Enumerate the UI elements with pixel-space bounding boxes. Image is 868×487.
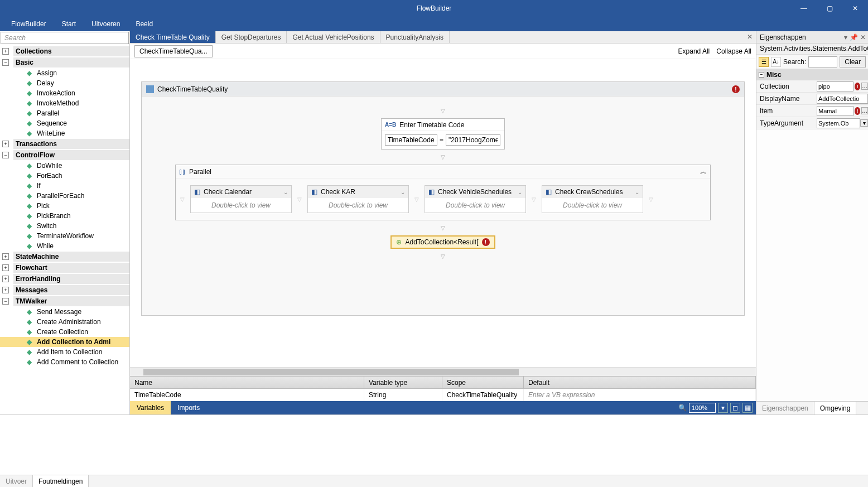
search-icon[interactable]: 🔍 xyxy=(678,404,687,412)
toolbox-search[interactable]: Search xyxy=(1,32,129,44)
chevron-down-icon[interactable]: ⌄ xyxy=(635,189,639,195)
toolbox-item[interactable]: ◆Send Message xyxy=(0,307,129,317)
toolbox-item[interactable]: ◆Add Comment to Collection xyxy=(0,357,129,367)
error-icon[interactable]: ! xyxy=(855,83,860,90)
toolbox-item[interactable]: ◆WriteLine xyxy=(0,128,129,138)
assign-value-input[interactable] xyxy=(446,134,500,146)
group-errorhandling[interactable]: +ErrorHandling xyxy=(0,273,129,285)
toolbox-item[interactable]: ◆Pick xyxy=(0,201,129,211)
expand-all-link[interactable]: Expand All xyxy=(678,47,710,55)
close-button[interactable]: ✕ xyxy=(842,0,868,16)
toolbox-item[interactable]: ◆DoWhile xyxy=(0,161,129,171)
error-icon[interactable]: ! xyxy=(732,85,740,93)
sort-alpha-icon[interactable]: A↓ xyxy=(771,57,781,67)
tab-variables[interactable]: Variables xyxy=(130,401,171,414)
toolbox-item[interactable]: ◆ForEach xyxy=(0,171,129,181)
addtocollection-activity[interactable]: ⊕ AddToCollection<Result[ ! xyxy=(390,235,495,249)
chevron-down-icon[interactable]: ⌄ xyxy=(283,189,288,195)
section-toggle-icon[interactable]: − xyxy=(759,72,764,78)
toolbox-item[interactable]: ◆InvokeMethod xyxy=(0,98,129,108)
menu-beeld[interactable]: Beeld xyxy=(128,16,161,31)
fit-to-screen-icon[interactable]: ◻ xyxy=(730,403,740,413)
sort-category-icon[interactable]: ☰ xyxy=(759,57,769,67)
column-header-name[interactable]: Name xyxy=(130,377,364,388)
tab-eigenschappen[interactable]: Eigenschappen xyxy=(756,402,814,414)
toolbox-item[interactable]: ◆While xyxy=(0,241,129,251)
maximize-button[interactable]: ▢ xyxy=(817,0,842,16)
tab-punctualityanalysis[interactable]: PunctualityAnalysis xyxy=(380,31,450,43)
variable-name[interactable]: TimeTableCode xyxy=(130,389,364,401)
expand-icon[interactable]: + xyxy=(2,141,9,147)
tab-check-timetable-quality[interactable]: Check TimeTable Quality xyxy=(130,31,216,43)
expand-icon[interactable]: − xyxy=(2,152,9,158)
group-transactions[interactable]: +Transactions xyxy=(0,138,129,150)
variable-row[interactable]: TimeTableCode String CheckTimeTableQuali… xyxy=(130,389,756,401)
parallel-branch[interactable]: ◧Check KAR⌄Double-click to view xyxy=(307,185,409,213)
group-tmwalker[interactable]: −TMWalker xyxy=(0,296,129,307)
panel-close-icon[interactable]: ✕ xyxy=(860,33,866,41)
branch-hint[interactable]: Double-click to view xyxy=(191,198,291,213)
group-statemachine[interactable]: +StateMachine xyxy=(0,251,129,262)
ellipsis-button[interactable]: … xyxy=(861,83,868,90)
breadcrumb[interactable]: CheckTimeTableQua... xyxy=(134,45,213,57)
expand-icon[interactable]: − xyxy=(2,298,9,305)
parallel-branch[interactable]: ◧Check Calendar⌄Double-click to view xyxy=(190,185,292,213)
branch-hint[interactable]: Double-click to view xyxy=(308,198,408,213)
clear-button[interactable]: Clear xyxy=(840,56,866,67)
properties-search-input[interactable] xyxy=(808,56,837,67)
tab-foutmeldingen[interactable]: Foutmeldingen xyxy=(33,475,89,487)
minimize-button[interactable]: — xyxy=(791,0,817,16)
ellipsis-button[interactable]: … xyxy=(861,107,868,114)
parallel-branch[interactable]: ◧Check CrewSchedules⌄Double-click to vie… xyxy=(542,185,643,213)
collapse-icon[interactable]: ︽ xyxy=(700,167,707,176)
error-icon[interactable]: ! xyxy=(482,238,490,246)
toolbox-item[interactable]: ◆TerminateWorkflow xyxy=(0,231,129,241)
assign-activity[interactable]: A=B Enter Timetable Code = xyxy=(381,118,505,150)
workflow-canvas[interactable]: CheckTimeTableQuality ! ▽ A=B Enter Time… xyxy=(130,59,756,367)
toolbox-item[interactable]: ◆Switch xyxy=(0,221,129,231)
property-value-input[interactable] xyxy=(817,94,868,104)
toolbox-item[interactable]: ◆Parallel xyxy=(0,108,129,118)
toolbox-item[interactable]: ◆ParallelForEach xyxy=(0,191,129,201)
panel-menu-icon[interactable]: ▾ xyxy=(844,33,847,41)
menu-flowbuilder[interactable]: FlowBuilder xyxy=(3,16,54,31)
tab-get-actual-vehiclepositions[interactable]: Get Actual VehiclePositions xyxy=(287,31,380,43)
menu-uitvoeren[interactable]: Uitvoeren xyxy=(84,16,128,31)
overview-icon[interactable]: ▦ xyxy=(742,403,753,413)
zoom-input[interactable] xyxy=(689,403,716,413)
chevron-down-icon[interactable]: ⌄ xyxy=(401,189,405,195)
column-header-type[interactable]: Variable type xyxy=(364,377,442,388)
group-messages[interactable]: +Messages xyxy=(0,285,129,296)
column-header-scope[interactable]: Scope xyxy=(442,377,524,388)
collapse-all-link[interactable]: Collapse All xyxy=(716,47,751,55)
toolbox-item[interactable]: ◆Create Collection xyxy=(0,327,129,337)
tab-close-icon[interactable]: ✕ xyxy=(747,33,753,41)
expand-icon[interactable]: + xyxy=(2,48,9,55)
zoom-dropdown-icon[interactable]: ▾ xyxy=(718,403,728,413)
group-basic[interactable]: −Basic xyxy=(0,57,129,68)
expand-icon[interactable]: − xyxy=(2,59,9,66)
branch-hint[interactable]: Double-click to view xyxy=(425,198,525,213)
toolbox-item[interactable]: ◆Add Item to Collection xyxy=(0,347,129,357)
tab-uitvoer[interactable]: Uitvoer xyxy=(0,475,33,487)
group-controlflow[interactable]: −ControlFlow xyxy=(0,150,129,161)
chevron-down-icon[interactable]: ⌄ xyxy=(518,189,522,195)
variable-scope[interactable]: CheckTimeTableQuality xyxy=(442,389,524,401)
group-collections[interactable]: +Collections xyxy=(0,46,129,57)
dropdown-icon[interactable]: ▾ xyxy=(860,119,868,127)
sequence-container[interactable]: CheckTimeTableQuality ! ▽ A=B Enter Time… xyxy=(141,81,745,316)
tab-get-stopdepartures[interactable]: Get StopDepartures xyxy=(216,31,287,43)
tab-omgeving[interactable]: Omgeving xyxy=(814,402,857,414)
expand-icon[interactable]: + xyxy=(2,287,9,293)
assign-variable-input[interactable] xyxy=(385,134,437,146)
branch-hint[interactable]: Double-click to view xyxy=(542,198,643,213)
property-value-input[interactable] xyxy=(817,118,860,128)
parallel-branch[interactable]: ◧Check VehicleSchedules⌄Double-click to … xyxy=(425,185,526,213)
property-value-input[interactable] xyxy=(817,81,853,91)
expand-icon[interactable]: + xyxy=(2,264,9,271)
toolbox-item[interactable]: ◆PickBranch xyxy=(0,211,129,221)
parallel-activity[interactable]: ⫿⫿ Parallel ︽ ▽◧Check Calendar⌄Double-cl… xyxy=(175,165,711,220)
group-flowchart[interactable]: +Flowchart xyxy=(0,262,129,273)
expand-icon[interactable]: + xyxy=(2,253,9,260)
toolbox-item[interactable]: ◆Sequence xyxy=(0,118,129,128)
